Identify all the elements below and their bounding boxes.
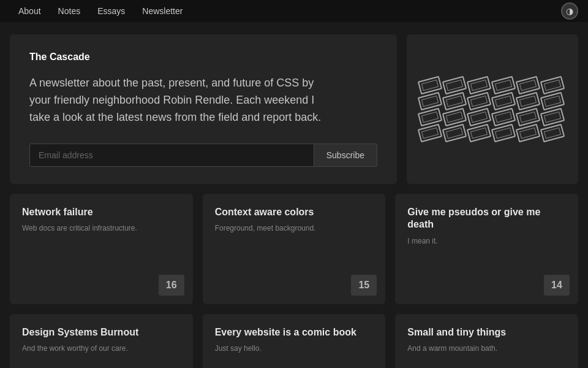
newsletter-card: The Cascade A newsletter about the past,…: [10, 34, 397, 184]
nav-links: About Notes Essays Newsletter: [10, 1, 191, 21]
nav-essays[interactable]: Essays: [89, 1, 134, 21]
article-card[interactable]: Every website is a comic bookJust say he…: [203, 314, 386, 368]
nav-newsletter[interactable]: Newsletter: [134, 1, 191, 21]
article-subtitle: Foreground, meet background.: [215, 223, 374, 234]
article-subtitle: And the work worthy of our care.: [22, 343, 181, 354]
banner-image-card: [407, 34, 578, 184]
article-title: Network failure: [22, 206, 181, 219]
subscribe-button[interactable]: Subscribe: [314, 144, 377, 167]
banner-pattern: [407, 34, 578, 184]
banner-icon: [442, 124, 467, 143]
banner-icon: [516, 124, 540, 143]
banner-icon: [491, 124, 516, 143]
article-card[interactable]: Context aware colorsForeground, meet bac…: [203, 194, 386, 304]
main-content: The Cascade A newsletter about the past,…: [0, 22, 588, 368]
articles-grid: Network failureWeb docs are critical inf…: [10, 194, 578, 368]
banner-row-4: [419, 126, 566, 140]
main-nav: About Notes Essays Newsletter ◑: [0, 0, 588, 22]
issue-badge: 16: [159, 275, 184, 296]
banner-icon: [540, 124, 565, 143]
article-subtitle: Just say hello.: [215, 343, 374, 354]
article-subtitle: Web docs are critical infrastructure.: [22, 223, 181, 234]
banner-row-1: [419, 79, 566, 92]
nav-notes[interactable]: Notes: [50, 1, 89, 21]
banner-row-2: [419, 94, 566, 108]
article-title: Design Systems Burnout: [22, 326, 181, 339]
article-card[interactable]: Design Systems BurnoutAnd the work worth…: [10, 314, 193, 368]
issue-badge: 14: [544, 275, 570, 296]
article-title: Every website is a comic book: [215, 326, 374, 339]
article-card[interactable]: Give me pseudos or give me deathI mean i…: [395, 194, 578, 304]
article-subtitle: And a warm mountain bath.: [407, 343, 566, 354]
banner-icon: [418, 124, 442, 143]
issue-badge: 15: [351, 275, 377, 296]
article-card[interactable]: Network failureWeb docs are critical inf…: [10, 194, 193, 304]
article-card[interactable]: Small and tiny thingsAnd a warm mountain…: [395, 314, 578, 368]
subscribe-form: Subscribe: [29, 144, 377, 167]
article-title: Small and tiny things: [407, 326, 566, 339]
top-row: The Cascade A newsletter about the past,…: [10, 34, 578, 184]
theme-toggle-button[interactable]: ◑: [561, 2, 578, 20]
nav-about[interactable]: About: [10, 1, 50, 21]
email-input[interactable]: [29, 144, 314, 167]
article-title: Give me pseudos or give me death: [407, 206, 566, 232]
article-title: Context aware colors: [215, 206, 374, 219]
banner-icon: [467, 124, 491, 143]
banner-row-3: [419, 110, 566, 124]
newsletter-description: A newsletter about the past, present, an…: [29, 75, 323, 126]
newsletter-title: The Cascade: [29, 52, 377, 63]
article-subtitle: I mean it.: [407, 236, 566, 247]
